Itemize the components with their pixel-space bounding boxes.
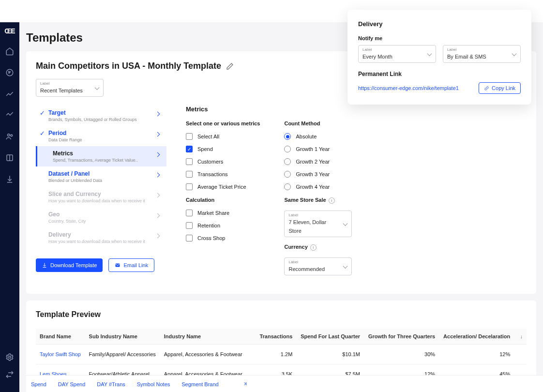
metric-option-cross-shop[interactable]: Cross Shop xyxy=(186,235,260,241)
option-label: Spend xyxy=(197,146,213,152)
method-select[interactable]: Label By Email & SMS xyxy=(443,45,521,63)
option-label: Growth 1 Year xyxy=(296,146,330,152)
nav-swap-icon[interactable] xyxy=(5,370,15,379)
check-icon: ✓ xyxy=(38,109,46,117)
svg-marker-1 xyxy=(9,72,11,74)
step-geo[interactable]: GeoCountry, State, City xyxy=(36,207,166,227)
step-subtitle: Brands, Symbols, Untagged or Rolled Grou… xyxy=(48,117,155,122)
copy-label: Copy Link xyxy=(492,85,515,91)
metric-option-retention[interactable]: Retention xyxy=(186,222,260,229)
option-label: Retention xyxy=(197,223,220,228)
step-title: Delivery xyxy=(48,231,155,238)
step-delivery[interactable]: DeliveryHow you want to download data wh… xyxy=(36,227,166,248)
step-subtitle: Country, State, City xyxy=(48,219,155,224)
step-title: Dataset / Panel xyxy=(48,170,155,177)
checkbox-icon xyxy=(186,171,193,178)
col-header[interactable]: Transactions xyxy=(256,329,296,345)
same-store-select[interactable]: Label 7 Eleven, Dollar Store xyxy=(284,211,352,237)
edit-icon[interactable] xyxy=(226,62,234,70)
step-subtitle: Spend, Transactions, Average Ticket Valu… xyxy=(53,158,155,163)
download-label: Download Template xyxy=(50,262,97,268)
copy-link-button[interactable]: Copy Link xyxy=(479,82,521,94)
frequency-select[interactable]: Label Every Month xyxy=(358,45,436,63)
nav-home-icon[interactable] xyxy=(5,46,15,56)
template-name: Main Competitors in USA - Monthly Templa… xyxy=(36,61,221,71)
info-icon[interactable]: i xyxy=(310,244,317,251)
metric-option-customers[interactable]: Customers xyxy=(186,158,260,165)
checkbox-icon xyxy=(186,222,193,229)
checkbox-icon xyxy=(186,133,193,140)
svg-point-7 xyxy=(9,356,11,359)
nav-compass-icon[interactable] xyxy=(5,68,15,77)
freq-value: Every Month xyxy=(362,54,392,60)
download-template-button[interactable]: Download Template xyxy=(36,258,103,272)
recent-templates-select[interactable]: Label Recent Templates xyxy=(36,79,104,97)
option-label: Customers xyxy=(197,159,223,165)
select-value: Recent Templates xyxy=(40,88,83,93)
nav-layout-icon[interactable] xyxy=(5,153,15,163)
calculation-title: Calculation xyxy=(186,197,260,203)
cell-accel: 12% xyxy=(439,345,514,364)
table-row: Taylor Swift ShopFamily/Apparel/ Accesso… xyxy=(36,345,527,364)
nav-settings-icon[interactable] xyxy=(5,352,15,362)
svg-point-3 xyxy=(11,135,13,136)
count-option-absolute[interactable]: Absolute xyxy=(284,133,364,140)
col-header[interactable]: Spend For Last Quarter xyxy=(296,329,364,345)
metric-option-spend[interactable]: ✓Spend xyxy=(186,146,260,152)
chevron-right-icon xyxy=(155,214,162,221)
metric-option-transactions[interactable]: Transactions xyxy=(186,171,260,178)
same-store-title: Same Store Salei xyxy=(284,197,364,204)
popover-title: Delivery xyxy=(358,20,521,28)
method-value: By Email & SMS xyxy=(447,54,486,60)
freq-label: Label xyxy=(362,47,422,52)
col-header[interactable]: Acceleration/ Decelaration xyxy=(439,329,514,345)
info-icon[interactable]: i xyxy=(329,197,335,204)
checkbox-icon xyxy=(186,158,193,165)
step-subtitle: Data Date Range xyxy=(48,137,155,142)
sort-column[interactable]: ↓ xyxy=(514,329,527,345)
sss-label: Label xyxy=(288,213,338,217)
notify-me-label: Notify me xyxy=(358,35,521,41)
col-header[interactable]: Growth for Three Quarters xyxy=(364,329,439,345)
checkbox-icon xyxy=(186,235,193,241)
nav-download-icon[interactable] xyxy=(5,174,15,184)
radio-icon xyxy=(284,146,291,152)
step-title: Period xyxy=(48,130,155,136)
nav-trend-line-icon[interactable] xyxy=(5,110,15,120)
permanent-link[interactable]: https://consumer-edge.com/nike/template1 xyxy=(358,85,459,91)
chevron-right-icon xyxy=(155,234,162,241)
permanent-link-title: Permanent Link xyxy=(358,71,521,77)
option-label: Market Share xyxy=(197,210,229,216)
step-slice-and-currency[interactable]: Slice and CurrencyHow you want to downlo… xyxy=(36,187,166,207)
metric-option-average-ticket-price[interactable]: Average Ticket Price xyxy=(186,183,260,190)
brand-link[interactable]: Taylor Swift Shop xyxy=(36,345,85,364)
metric-option-market-share[interactable]: Market Share xyxy=(186,210,260,216)
select-label: Label xyxy=(40,81,90,86)
sheet-tab-segment-brand[interactable]: Segment Brand xyxy=(181,381,218,387)
col-header[interactable]: Sub Industry Name xyxy=(85,329,160,345)
nav-users-icon[interactable] xyxy=(5,132,15,141)
sidebar: ŒE xyxy=(0,22,19,392)
brand-logo: ŒE xyxy=(4,27,15,35)
count-option-growth-3-year[interactable]: Growth 3 Year xyxy=(284,171,364,178)
sheet-next-icon[interactable] xyxy=(242,381,248,387)
email-link-button[interactable]: Email Link xyxy=(108,258,154,272)
sheet-tab-spend[interactable]: Spend xyxy=(31,381,46,387)
count-option-growth-4-year[interactable]: Growth 4 Year xyxy=(284,183,364,190)
radio-icon xyxy=(284,171,291,178)
col-header[interactable]: Brand Name xyxy=(36,329,85,345)
nav-trend-up-icon[interactable] xyxy=(5,89,15,99)
count-option-growth-2-year[interactable]: Growth 2 Year xyxy=(284,158,364,165)
step-title: Geo xyxy=(48,211,155,218)
count-option-growth-1-year[interactable]: Growth 1 Year xyxy=(284,146,364,152)
sheet-tab-symbol-notes[interactable]: Symbol Notes xyxy=(137,381,170,387)
metric-option-select-all[interactable]: Select All xyxy=(186,133,260,140)
sheet-tab-day-spend[interactable]: DAY Spend xyxy=(58,381,85,387)
sheet-tab-day-trans[interactable]: DAY #Trans xyxy=(97,381,125,387)
step-metrics[interactable]: MetricsSpend, Transactions, Average Tick… xyxy=(36,146,166,166)
step-dataset-panel[interactable]: Dataset / PanelBlended or Unblended Data xyxy=(36,166,166,187)
step-target[interactable]: ✓TargetBrands, Symbols, Untagged or Roll… xyxy=(36,106,166,126)
step-period[interactable]: ✓PeriodData Date Range xyxy=(36,126,166,146)
currency-select[interactable]: Label Recommended xyxy=(284,257,352,275)
col-header[interactable]: Industry Name xyxy=(160,329,256,345)
